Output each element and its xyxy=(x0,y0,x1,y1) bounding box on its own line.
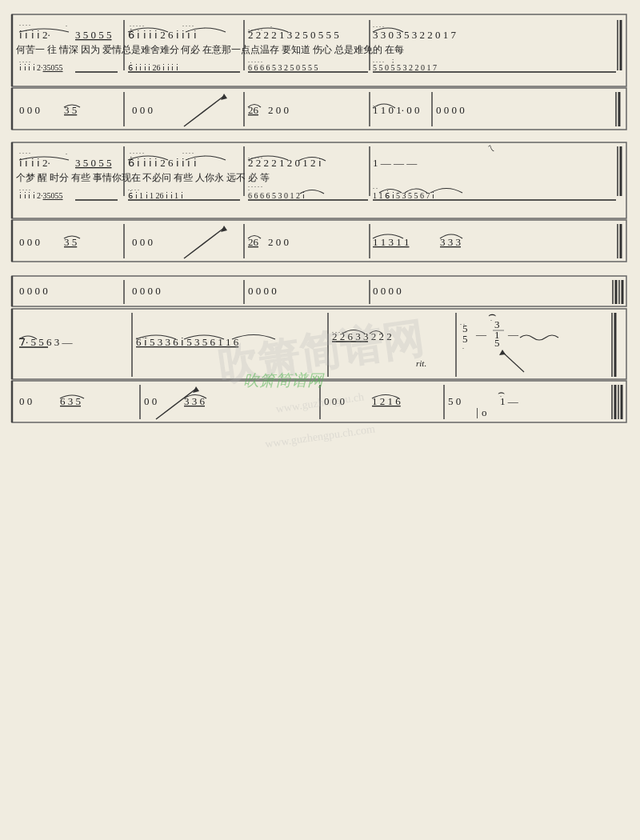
svg-text:· · · ·: · · · · xyxy=(19,58,30,66)
svg-text:3 3 0 3 5 3 2 2 0 1 7: 3 3 0 3 5 3 2 2 0 1 7 xyxy=(373,29,457,41)
svg-text:0  0  0  0: 0 0 0 0 xyxy=(19,285,48,297)
svg-text:5  0: 5 0 xyxy=(448,395,461,407)
svg-text:—: — xyxy=(475,328,487,340)
svg-text:6̇ i̇ i̇ i̇ i̇ 2 6 i̇ i̇ i̇ i̇: 6̇ i̇ i̇ i̇ i̇ 2 6 i̇ i̇ i̇ i̇ xyxy=(128,29,197,41)
svg-text:26: 26 xyxy=(248,236,259,248)
svg-text:6̇ i̇ 1 i̇ 1 26 i̇ i̇ 1 i̇: 6̇ i̇ 1 i̇ 1 26 i̇ i̇ 1 i̇ xyxy=(128,190,183,200)
svg-text:何苦一  往  情深  因为  爱情总是难舍难分  何必  : 何苦一 往 情深 因为 爱情总是难舍难分 何必 在意那一点点温存 要知道 伤心 … xyxy=(16,44,404,54)
svg-text:·: · xyxy=(270,23,272,30)
svg-text:· · · ·: · · · · xyxy=(19,150,30,157)
svg-text:· · · · ·: · · · · · xyxy=(248,183,262,190)
svg-text:个梦  醒  时分  有些  事情你现在 不必问  有些  : 个梦 醒 时分 有些 事情你现在 不必问 有些 人你永 远不 必 等 xyxy=(16,172,270,182)
svg-text:5 5 0 5 5 3 2 2 0 1 7: 5 5 0 5 5 3 2 2 0 1 7 xyxy=(373,63,437,72)
svg-text:2  0  0: 2 0 0 xyxy=(268,104,289,116)
svg-text:0  0  0: 0 0 0 xyxy=(19,236,40,248)
svg-text:·: · xyxy=(66,150,67,158)
svg-text:· · · · ·: · · · · · xyxy=(130,150,144,157)
svg-text:· · · ·: · · · · xyxy=(182,22,194,30)
svg-text:|: | xyxy=(476,406,478,418)
svg-text:6 6 6 6 5 3 2 5 0 5 5 5: 6 6 6 6 5 3 2 5 0 5 5 5 xyxy=(248,63,318,72)
svg-text:·: · xyxy=(500,393,502,400)
svg-rect-0 xyxy=(8,8,632,832)
svg-text:6 6 6 6 5 3 0 1 2 i̇: 6 6 6 6 5 3 0 1 2 i̇ xyxy=(248,191,305,200)
svg-text:3 5 0 5 5: 3 5 0 5 5 xyxy=(75,29,112,41)
svg-text:1 1  0 1·  0  0: 1 1 0 1· 0 0 xyxy=(373,104,420,116)
svg-text:0  0  0: 0 0 0 xyxy=(132,104,153,116)
svg-text:5: 5 xyxy=(494,337,500,349)
svg-text:· · · ·: · · · · xyxy=(19,186,30,194)
svg-text:· · · ·: · · · · xyxy=(182,150,194,157)
svg-text:2 2 2 2 1 3 2 5 0 5 5 5: 2 2 2 2 1 3 2 5 0 5 5 5 xyxy=(248,29,339,41)
svg-text:· · · ·: · · · · xyxy=(19,22,30,29)
svg-text:2  0 0: 2 0 0 xyxy=(268,236,289,248)
svg-text:6̇ i̇ i̇ i̇ i̇ 26 i̇ i̇ i̇ i̇: 6̇ i̇ i̇ i̇ i̇ 26 i̇ i̇ i̇ i̇ xyxy=(128,62,178,72)
svg-text:;: ; xyxy=(392,57,394,64)
svg-text:0  0  0  0: 0 0 0 0 xyxy=(248,285,277,297)
svg-text:7̇· 5 5 6 3  —: 7̇· 5 5 6 3 — xyxy=(19,336,74,348)
svg-text:0  0: 0 0 xyxy=(144,395,157,407)
svg-text:3 5 0 5 5: 3 5 0 5 5 xyxy=(75,157,112,169)
svg-text:6̇ i̇ i̇ i̇ i̇ 2 6 i̇ i̇ i̇ i̇: 6̇ i̇ i̇ i̇ i̇ 2 6 i̇ i̇ i̇ i̇ xyxy=(128,157,197,169)
svg-text:0  0: 0 0 xyxy=(19,395,32,407)
svg-text:5: 5 xyxy=(462,333,468,345)
svg-text:·: · xyxy=(66,22,67,30)
svg-text:0  0  0  0: 0 0 0 0 xyxy=(132,285,161,297)
svg-text:3 3 3: 3 3 3 xyxy=(440,236,461,248)
svg-text:·: · xyxy=(490,317,492,324)
svg-text:—: — xyxy=(507,328,519,340)
svg-text:乀: 乀 xyxy=(488,145,494,152)
svg-text:1 1 3 1 1: 1 1 3 1 1 xyxy=(373,236,410,248)
svg-text:0  0  0: 0 0 0 xyxy=(19,104,40,116)
svg-text:0  0  0  0: 0 0 0 0 xyxy=(373,285,402,297)
svg-text:⌢: ⌢ xyxy=(488,307,497,321)
svg-text:0  0  0  0: 0 0 0 0 xyxy=(436,104,465,116)
svg-text:o: o xyxy=(482,406,487,418)
page-wrapper: 吹箫简谱网 www.guzhengpu.ch www.guzhengpu.ch.… xyxy=(0,0,640,840)
svg-text:rit.: rit. xyxy=(416,358,426,368)
svg-text:0  0  0: 0 0 0 xyxy=(324,395,345,407)
svg-text:0  0  0: 0 0 0 xyxy=(132,236,153,248)
svg-text:1  —  —  —: 1 — — — xyxy=(373,157,418,169)
music-score-svg: .mn { font-family: 'Times New Roman', se… xyxy=(8,8,632,832)
svg-text:·: · xyxy=(462,345,464,352)
